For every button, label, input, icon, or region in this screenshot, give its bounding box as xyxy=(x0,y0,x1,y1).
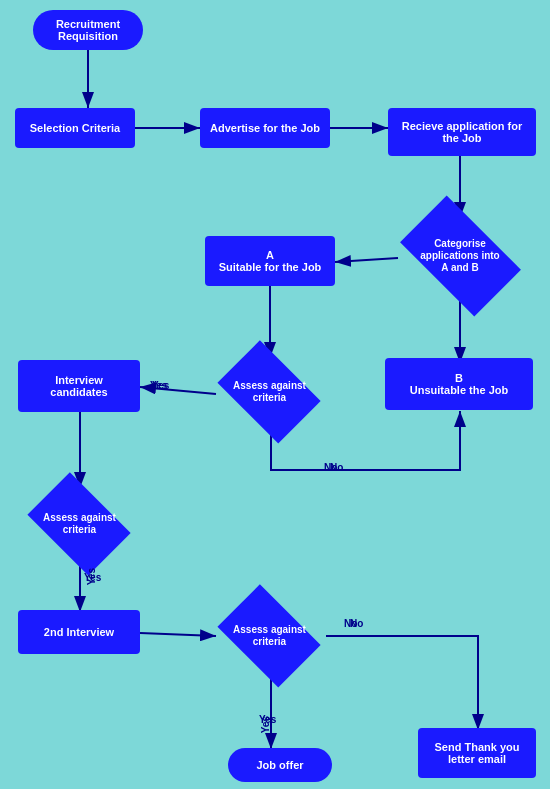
recruitment-requisition-node: Recruitment Requisition xyxy=(33,10,143,50)
job-offer-node: Job offer xyxy=(228,748,332,782)
no-label-assess1: No xyxy=(330,462,343,473)
unsuitable-job-node: B Unsuitable the Job xyxy=(385,358,533,410)
svg-line-11 xyxy=(140,633,216,636)
flowchart: Yes No Yes No Yes Recruitment Requisitio… xyxy=(0,0,550,789)
svg-line-5 xyxy=(335,258,398,262)
send-thank-you-node: Send Thank you letter email xyxy=(418,728,536,778)
interview-candidates-node: Interview candidates xyxy=(18,360,140,412)
no-label-assess3: No xyxy=(350,618,363,629)
yes-label-assess2: Yes xyxy=(86,568,97,585)
assess-criteria-3-node: Assess againstcriteria xyxy=(212,596,327,676)
advertise-job-node: Advertise for the Job xyxy=(200,108,330,148)
selection-criteria-node: Selection Criteria xyxy=(15,108,135,148)
yes-label-assess3: Yes xyxy=(260,716,271,733)
receive-application-node: Recieve application for the Job xyxy=(388,108,536,156)
assess-criteria-2-node: Assess againstcriteria xyxy=(22,484,137,564)
assess-criteria-1-node: Assess againstcriteria xyxy=(212,352,327,432)
yes-label-assess1: Yes xyxy=(152,380,169,391)
categorise-applications-node: Categoriseapplications intoA and B xyxy=(390,212,530,300)
suitable-job-node: A Suitable for the Job xyxy=(205,236,335,286)
second-interview-node: 2nd Interview xyxy=(18,610,140,654)
